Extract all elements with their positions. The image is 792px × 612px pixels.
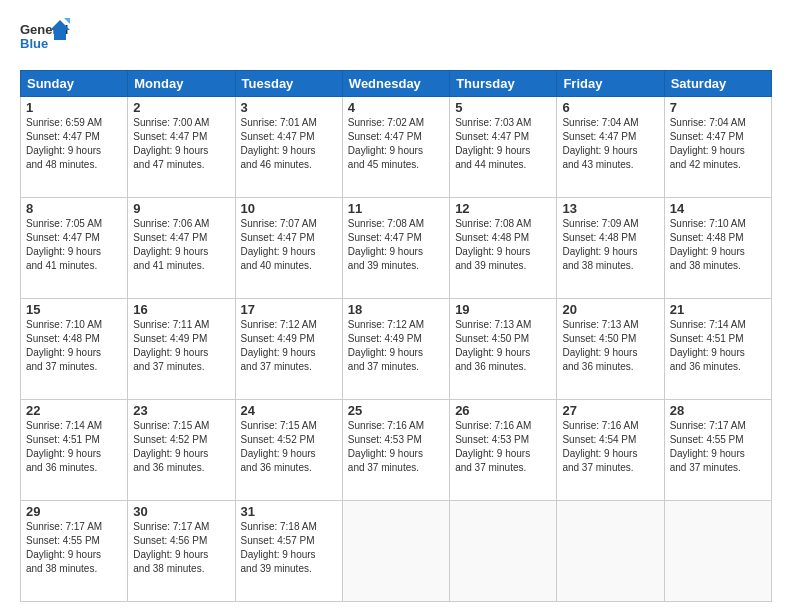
calendar-week-row: 1Sunrise: 6:59 AMSunset: 4:47 PMDaylight… xyxy=(21,97,772,198)
calendar-cell: 21Sunrise: 7:14 AMSunset: 4:51 PMDayligh… xyxy=(664,299,771,400)
day-info: Sunrise: 7:02 AMSunset: 4:47 PMDaylight:… xyxy=(348,116,444,172)
calendar-cell: 20Sunrise: 7:13 AMSunset: 4:50 PMDayligh… xyxy=(557,299,664,400)
day-info: Sunrise: 7:04 AMSunset: 4:47 PMDaylight:… xyxy=(562,116,658,172)
calendar-cell xyxy=(342,501,449,602)
day-number: 2 xyxy=(133,100,229,115)
logo-svg: General Blue xyxy=(20,18,70,60)
calendar-cell xyxy=(450,501,557,602)
calendar-cell: 8Sunrise: 7:05 AMSunset: 4:47 PMDaylight… xyxy=(21,198,128,299)
calendar-cell: 16Sunrise: 7:11 AMSunset: 4:49 PMDayligh… xyxy=(128,299,235,400)
logo: General Blue xyxy=(20,18,70,60)
day-info: Sunrise: 7:18 AMSunset: 4:57 PMDaylight:… xyxy=(241,520,337,576)
calendar-cell: 23Sunrise: 7:15 AMSunset: 4:52 PMDayligh… xyxy=(128,400,235,501)
weekday-header-cell: Thursday xyxy=(450,71,557,97)
calendar-cell: 28Sunrise: 7:17 AMSunset: 4:55 PMDayligh… xyxy=(664,400,771,501)
calendar-cell: 7Sunrise: 7:04 AMSunset: 4:47 PMDaylight… xyxy=(664,97,771,198)
day-number: 13 xyxy=(562,201,658,216)
day-info: Sunrise: 7:03 AMSunset: 4:47 PMDaylight:… xyxy=(455,116,551,172)
calendar-cell: 15Sunrise: 7:10 AMSunset: 4:48 PMDayligh… xyxy=(21,299,128,400)
day-info: Sunrise: 6:59 AMSunset: 4:47 PMDaylight:… xyxy=(26,116,122,172)
day-number: 19 xyxy=(455,302,551,317)
day-number: 17 xyxy=(241,302,337,317)
weekday-header-cell: Monday xyxy=(128,71,235,97)
day-number: 9 xyxy=(133,201,229,216)
weekday-header-cell: Saturday xyxy=(664,71,771,97)
day-number: 10 xyxy=(241,201,337,216)
day-info: Sunrise: 7:00 AMSunset: 4:47 PMDaylight:… xyxy=(133,116,229,172)
day-number: 29 xyxy=(26,504,122,519)
day-number: 16 xyxy=(133,302,229,317)
calendar-cell: 19Sunrise: 7:13 AMSunset: 4:50 PMDayligh… xyxy=(450,299,557,400)
day-number: 24 xyxy=(241,403,337,418)
day-info: Sunrise: 7:05 AMSunset: 4:47 PMDaylight:… xyxy=(26,217,122,273)
calendar-cell: 2Sunrise: 7:00 AMSunset: 4:47 PMDaylight… xyxy=(128,97,235,198)
calendar-cell: 13Sunrise: 7:09 AMSunset: 4:48 PMDayligh… xyxy=(557,198,664,299)
day-info: Sunrise: 7:01 AMSunset: 4:47 PMDaylight:… xyxy=(241,116,337,172)
day-info: Sunrise: 7:07 AMSunset: 4:47 PMDaylight:… xyxy=(241,217,337,273)
calendar-cell: 6Sunrise: 7:04 AMSunset: 4:47 PMDaylight… xyxy=(557,97,664,198)
header: General Blue xyxy=(20,18,772,60)
calendar-week-row: 15Sunrise: 7:10 AMSunset: 4:48 PMDayligh… xyxy=(21,299,772,400)
day-number: 1 xyxy=(26,100,122,115)
calendar-cell xyxy=(664,501,771,602)
day-info: Sunrise: 7:15 AMSunset: 4:52 PMDaylight:… xyxy=(133,419,229,475)
calendar-week-row: 29Sunrise: 7:17 AMSunset: 4:55 PMDayligh… xyxy=(21,501,772,602)
day-info: Sunrise: 7:14 AMSunset: 4:51 PMDaylight:… xyxy=(26,419,122,475)
weekday-header-row: SundayMondayTuesdayWednesdayThursdayFrid… xyxy=(21,71,772,97)
weekday-header-cell: Sunday xyxy=(21,71,128,97)
day-info: Sunrise: 7:13 AMSunset: 4:50 PMDaylight:… xyxy=(562,318,658,374)
calendar-cell: 27Sunrise: 7:16 AMSunset: 4:54 PMDayligh… xyxy=(557,400,664,501)
day-number: 23 xyxy=(133,403,229,418)
day-info: Sunrise: 7:16 AMSunset: 4:53 PMDaylight:… xyxy=(455,419,551,475)
calendar-cell: 11Sunrise: 7:08 AMSunset: 4:47 PMDayligh… xyxy=(342,198,449,299)
calendar-body: 1Sunrise: 6:59 AMSunset: 4:47 PMDaylight… xyxy=(21,97,772,602)
calendar-week-row: 22Sunrise: 7:14 AMSunset: 4:51 PMDayligh… xyxy=(21,400,772,501)
day-number: 8 xyxy=(26,201,122,216)
calendar-cell: 10Sunrise: 7:07 AMSunset: 4:47 PMDayligh… xyxy=(235,198,342,299)
day-info: Sunrise: 7:17 AMSunset: 4:55 PMDaylight:… xyxy=(26,520,122,576)
calendar-week-row: 8Sunrise: 7:05 AMSunset: 4:47 PMDaylight… xyxy=(21,198,772,299)
day-info: Sunrise: 7:11 AMSunset: 4:49 PMDaylight:… xyxy=(133,318,229,374)
calendar-cell: 12Sunrise: 7:08 AMSunset: 4:48 PMDayligh… xyxy=(450,198,557,299)
calendar-cell: 25Sunrise: 7:16 AMSunset: 4:53 PMDayligh… xyxy=(342,400,449,501)
day-number: 22 xyxy=(26,403,122,418)
day-number: 31 xyxy=(241,504,337,519)
calendar: SundayMondayTuesdayWednesdayThursdayFrid… xyxy=(20,70,772,602)
calendar-cell: 17Sunrise: 7:12 AMSunset: 4:49 PMDayligh… xyxy=(235,299,342,400)
day-info: Sunrise: 7:04 AMSunset: 4:47 PMDaylight:… xyxy=(670,116,766,172)
calendar-cell: 3Sunrise: 7:01 AMSunset: 4:47 PMDaylight… xyxy=(235,97,342,198)
svg-text:Blue: Blue xyxy=(20,36,48,51)
calendar-cell: 1Sunrise: 6:59 AMSunset: 4:47 PMDaylight… xyxy=(21,97,128,198)
page: General Blue SundayMondayTuesdayWednesda… xyxy=(0,0,792,612)
day-number: 5 xyxy=(455,100,551,115)
day-info: Sunrise: 7:08 AMSunset: 4:48 PMDaylight:… xyxy=(455,217,551,273)
day-info: Sunrise: 7:16 AMSunset: 4:53 PMDaylight:… xyxy=(348,419,444,475)
day-info: Sunrise: 7:09 AMSunset: 4:48 PMDaylight:… xyxy=(562,217,658,273)
day-info: Sunrise: 7:14 AMSunset: 4:51 PMDaylight:… xyxy=(670,318,766,374)
calendar-cell: 26Sunrise: 7:16 AMSunset: 4:53 PMDayligh… xyxy=(450,400,557,501)
calendar-cell: 22Sunrise: 7:14 AMSunset: 4:51 PMDayligh… xyxy=(21,400,128,501)
day-number: 20 xyxy=(562,302,658,317)
day-info: Sunrise: 7:12 AMSunset: 4:49 PMDaylight:… xyxy=(348,318,444,374)
day-info: Sunrise: 7:10 AMSunset: 4:48 PMDaylight:… xyxy=(670,217,766,273)
day-number: 28 xyxy=(670,403,766,418)
day-info: Sunrise: 7:16 AMSunset: 4:54 PMDaylight:… xyxy=(562,419,658,475)
day-number: 27 xyxy=(562,403,658,418)
day-info: Sunrise: 7:10 AMSunset: 4:48 PMDaylight:… xyxy=(26,318,122,374)
day-number: 25 xyxy=(348,403,444,418)
day-number: 6 xyxy=(562,100,658,115)
day-info: Sunrise: 7:15 AMSunset: 4:52 PMDaylight:… xyxy=(241,419,337,475)
day-number: 21 xyxy=(670,302,766,317)
calendar-cell: 31Sunrise: 7:18 AMSunset: 4:57 PMDayligh… xyxy=(235,501,342,602)
day-info: Sunrise: 7:17 AMSunset: 4:55 PMDaylight:… xyxy=(670,419,766,475)
day-info: Sunrise: 7:08 AMSunset: 4:47 PMDaylight:… xyxy=(348,217,444,273)
calendar-cell: 24Sunrise: 7:15 AMSunset: 4:52 PMDayligh… xyxy=(235,400,342,501)
calendar-cell: 4Sunrise: 7:02 AMSunset: 4:47 PMDaylight… xyxy=(342,97,449,198)
day-number: 15 xyxy=(26,302,122,317)
calendar-cell: 5Sunrise: 7:03 AMSunset: 4:47 PMDaylight… xyxy=(450,97,557,198)
day-info: Sunrise: 7:13 AMSunset: 4:50 PMDaylight:… xyxy=(455,318,551,374)
day-info: Sunrise: 7:17 AMSunset: 4:56 PMDaylight:… xyxy=(133,520,229,576)
day-number: 11 xyxy=(348,201,444,216)
calendar-cell: 18Sunrise: 7:12 AMSunset: 4:49 PMDayligh… xyxy=(342,299,449,400)
weekday-header-cell: Friday xyxy=(557,71,664,97)
